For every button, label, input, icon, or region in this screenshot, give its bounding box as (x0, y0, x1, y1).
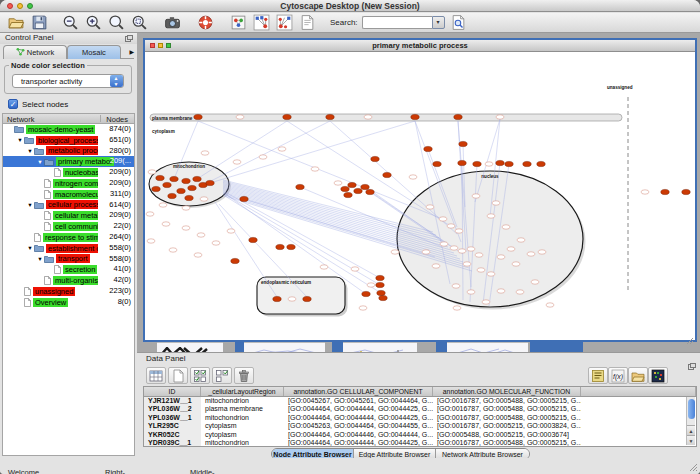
network-node-selected[interactable] (379, 295, 387, 300)
network-node[interactable] (278, 147, 286, 151)
network-node[interactable] (288, 297, 296, 301)
network-node[interactable] (487, 272, 495, 276)
expand-arrow-icon[interactable]: ▼ (16, 137, 24, 143)
network-node[interactable] (182, 206, 190, 210)
network-node[interactable] (452, 284, 460, 288)
help-icon[interactable] (197, 14, 214, 31)
attr-list-icon[interactable] (588, 367, 608, 384)
node-color-dropdown[interactable]: transporter activity ▲▼ (12, 74, 124, 88)
cell-cellular-component[interactable]: [GO:0044464, GO:0044444, GO:0044425, G..… (284, 414, 433, 422)
network-node-selected[interactable] (682, 189, 690, 194)
tree-header[interactable]: Network Nodes (2, 113, 135, 124)
network-node[interactable] (194, 253, 202, 257)
network-node-selected[interactable] (231, 258, 239, 263)
network-node-selected[interactable] (168, 193, 176, 198)
network-node[interactable] (492, 201, 500, 205)
network-node[interactable] (497, 289, 505, 293)
network-node[interactable] (487, 214, 495, 218)
network-node-selected[interactable] (240, 196, 248, 201)
network-node[interactable] (496, 115, 504, 119)
network-node-selected[interactable] (296, 184, 304, 189)
network-node[interactable] (169, 248, 177, 252)
cell-molecular-function[interactable]: [GO:0016787, GO:0005215, GO:0003824, G..… (433, 422, 581, 430)
delete-attr-icon[interactable] (234, 367, 254, 384)
network-edge[interactable] (330, 121, 457, 234)
tree-row[interactable]: secretion41(0) (3, 264, 134, 275)
network-node-selected[interactable] (459, 141, 467, 146)
background-window-edge[interactable] (157, 342, 223, 352)
expand-arrow-icon[interactable]: ▼ (26, 202, 34, 208)
network-node[interactable] (147, 239, 155, 243)
network-node-selected[interactable] (366, 189, 374, 194)
network-node-selected[interactable] (177, 188, 185, 193)
network-node[interactable] (233, 160, 241, 164)
select-nodes-checkbox[interactable]: ✓ (8, 99, 18, 109)
network-node-selected[interactable] (458, 160, 466, 165)
network-node-selected[interactable] (496, 160, 504, 165)
cell-id[interactable]: YKR052C (144, 431, 201, 439)
network-node-selected[interactable] (206, 180, 214, 185)
table-row[interactable]: YLR295Ccytoplasm[GO:0045263, GO:0044464,… (144, 422, 696, 430)
network-node[interactable] (162, 222, 170, 226)
network-node[interactable] (482, 300, 490, 304)
snapshot-icon[interactable] (164, 14, 181, 31)
network-node-selected[interactable] (276, 244, 284, 249)
scroll-up-icon[interactable]: ▲ (687, 425, 695, 435)
network-edge[interactable] (287, 121, 452, 227)
network-node-selected[interactable] (362, 291, 370, 296)
network-node-selected[interactable] (376, 275, 384, 280)
network-node[interactable] (367, 283, 375, 287)
layout-2-icon[interactable] (276, 14, 293, 31)
tree-row[interactable]: multi-organism pro42(0) (3, 275, 134, 286)
scroll-down-icon[interactable]: ▼ (687, 435, 695, 445)
tree-row[interactable]: ▼cellular process614(0) (3, 200, 134, 211)
network-node-selected[interactable] (354, 188, 362, 193)
expand-arrow-icon[interactable]: ▼ (36, 256, 44, 262)
network-node-selected[interactable] (152, 186, 160, 191)
table-row[interactable]: YPL036W__1mitochondrion[GO:0044464, GO:0… (144, 414, 696, 422)
network-node[interactable] (409, 175, 417, 179)
select-attrs-icon[interactable] (190, 367, 210, 384)
cell-region[interactable]: mitochondrion (201, 414, 284, 422)
network-node-selected[interactable] (287, 244, 295, 249)
expand-arrow-icon[interactable]: ▼ (36, 159, 44, 165)
network-node-selected[interactable] (473, 161, 481, 166)
tree-row[interactable]: nucleobase-co209(0) (3, 167, 134, 178)
table-row[interactable]: YKR052Ccytoplasm[GO:0044464, GO:0044446,… (144, 431, 696, 439)
network-edge[interactable] (215, 202, 277, 297)
network-node-selected[interactable] (326, 114, 334, 119)
zoom-in-icon[interactable] (85, 14, 102, 31)
tree-row[interactable]: nitrogen compo209(0) (3, 178, 134, 189)
network-node-selected[interactable] (433, 161, 441, 166)
network-node-selected[interactable] (249, 237, 257, 242)
cell-molecular-function[interactable]: [GO:0016787, GO:0005488, GO:0005215, G..… (433, 405, 581, 413)
network-node[interactable] (439, 217, 447, 221)
network-node-selected[interactable] (361, 184, 369, 189)
cell-molecular-function[interactable]: [GO:0016787, GO:0005488, GO:0005215, G..… (433, 397, 581, 405)
table-scrollbar[interactable]: ▲ ▼ (686, 397, 695, 445)
network-node-selected[interactable] (505, 161, 513, 166)
network-node[interactable] (485, 162, 493, 166)
unselect-attrs-icon[interactable] (212, 367, 232, 384)
tree-row[interactable]: cell communicat22(0) (3, 221, 134, 232)
network-node[interactable] (546, 303, 554, 307)
cell-id[interactable]: YJR121W__1 (144, 397, 201, 405)
cell-region[interactable]: cytoplasm (201, 431, 284, 439)
network-node[interactable] (475, 253, 483, 257)
network-node-selected[interactable] (303, 296, 311, 301)
network-node[interactable] (502, 225, 510, 229)
layout-1-icon[interactable] (253, 14, 270, 31)
network-node[interactable] (391, 250, 399, 254)
network-node-selected[interactable] (424, 146, 432, 151)
network-node-selected[interactable] (185, 195, 193, 200)
network-node[interactable] (422, 250, 430, 254)
network-node[interactable] (512, 262, 520, 266)
cell-id[interactable]: YPL036W__1 (144, 414, 201, 422)
tree-row[interactable]: ▼biological_process651(0) (3, 135, 134, 146)
network-node[interactable] (477, 268, 485, 272)
network-canvas-svg[interactable]: plasma membranecytoplasmmitochondrionnuc… (145, 52, 695, 340)
network-node-selected[interactable] (344, 192, 352, 197)
tree-row[interactable]: response to stimulu264(0) (3, 232, 134, 243)
network-window-titlebar[interactable]: primary metabolic process (145, 40, 695, 52)
network-node[interactable] (182, 226, 190, 230)
